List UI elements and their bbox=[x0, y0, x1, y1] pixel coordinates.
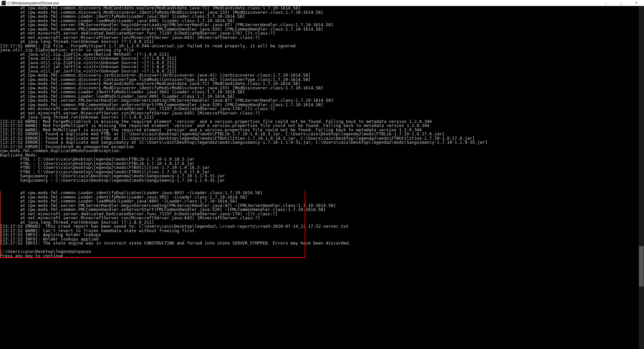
scrollbar-thumb[interactable] bbox=[639, 246, 644, 287]
window-maximize-button[interactable]: □ bbox=[613, 0, 629, 6]
window-minimize-button[interactable]: – bbox=[598, 0, 613, 6]
terminal-output: at cpw.mods.fml.common.discovery.ModCand… bbox=[0, 6, 644, 258]
window-titlebar: C:\ C:\Windows\system32\cmd.exe – □ ✕ bbox=[0, 0, 644, 6]
scrollbar-vertical[interactable] bbox=[639, 6, 644, 349]
cmd-icon: C:\ bbox=[1, 1, 6, 5]
window-title: C:\Windows\system32\cmd.exe bbox=[7, 1, 59, 5]
window-close-button[interactable]: ✕ bbox=[629, 0, 644, 6]
terminal-viewport[interactable]: at cpw.mods.fml.common.discovery.ModCand… bbox=[0, 6, 644, 349]
